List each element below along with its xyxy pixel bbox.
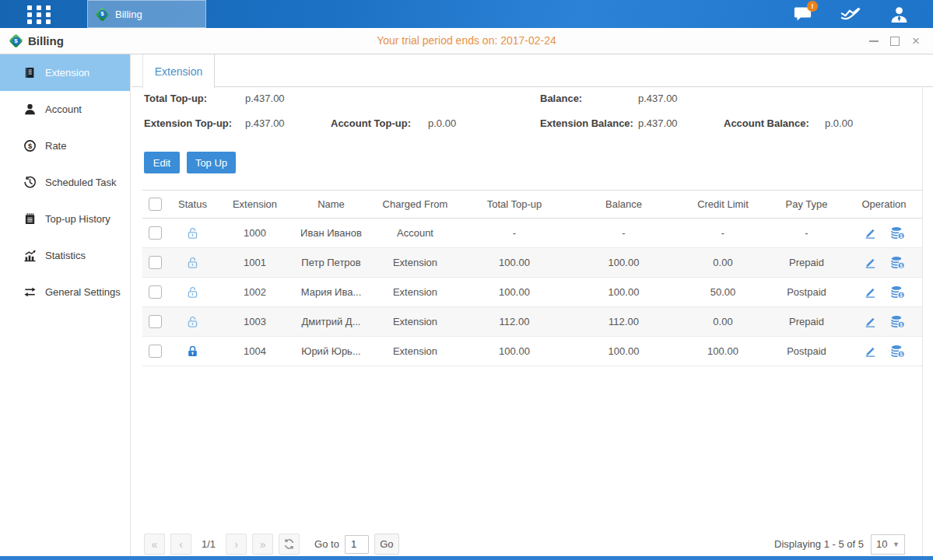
refresh-button[interactable] — [279, 534, 300, 555]
tab-extension[interactable]: Extension — [142, 54, 215, 88]
select-all-checkbox[interactable] — [149, 198, 162, 211]
sidebar-item-extension[interactable]: Extension — [0, 54, 130, 91]
cell-total-top-up: 100.00 — [460, 278, 569, 307]
page-size-value: 10 — [876, 538, 887, 550]
sidebar-item-general-settings[interactable]: General Settings — [0, 274, 130, 310]
table-row: 1004Юрий Юрь...Extension100.00100.00100.… — [142, 337, 922, 366]
titlebar: $ Billing Your trial period ends on: 201… — [0, 28, 933, 54]
row-checkbox[interactable] — [149, 315, 162, 328]
cell-extension: 1004 — [218, 337, 292, 366]
cell-pay-type: Postpaid — [767, 278, 846, 307]
panel-right-border — [922, 87, 923, 556]
top-up-icon[interactable]: $ — [890, 315, 905, 328]
cell-name: Мария Ива... — [292, 278, 370, 307]
taskbar-billing-tab[interactable]: $ Billing — [87, 0, 206, 28]
notepad-icon — [23, 212, 37, 226]
summary-value: p.437.00 — [245, 117, 285, 129]
goto-page-input[interactable] — [345, 535, 369, 554]
column-header-extension: Extension — [218, 191, 292, 219]
top-up-icon[interactable]: $ — [890, 285, 905, 299]
row-checkbox[interactable] — [149, 256, 162, 269]
edit-button[interactable]: Edit — [144, 152, 180, 173]
sidebar-item-label: Scheduled Task — [45, 177, 117, 188]
summary-value: p.437.00 — [638, 93, 678, 104]
row-checkbox[interactable] — [149, 285, 162, 299]
main-menu-grid-icon[interactable] — [27, 5, 54, 23]
row-checkbox[interactable] — [149, 345, 162, 358]
edit-icon[interactable] — [863, 256, 878, 269]
summary-balance: Balance:p.437.00 — [540, 93, 678, 104]
notification-badge: ! — [807, 1, 818, 12]
cell-name: Петр Петров — [292, 248, 370, 278]
cell-credit-limit: 100.00 — [679, 337, 767, 366]
cell-charged-from: Extension — [370, 337, 460, 366]
cell-charged-from: Account — [370, 219, 460, 248]
cell-name: Дмитрий Д... — [292, 307, 370, 337]
sidebar-item-label: Rate — [45, 140, 66, 152]
stats-icon — [23, 249, 37, 262]
edit-icon[interactable] — [863, 285, 878, 299]
sidebar-item-label: Extension — [45, 67, 89, 79]
goto-label: Go to — [314, 538, 339, 550]
taskbar-tab-label: Billing — [115, 9, 142, 20]
row-checkbox[interactable] — [149, 226, 162, 240]
summary-extension-top-up: Extension Top-up:p.437.00 — [144, 117, 285, 129]
edit-icon[interactable] — [863, 315, 878, 328]
first-page-button[interactable]: « — [144, 534, 165, 555]
cell-extension: 1003 — [218, 307, 292, 337]
top-up-icon[interactable]: $ — [890, 345, 905, 358]
sidebar: ExtensionAccount$RateScheduled TaskTop-u… — [0, 54, 131, 556]
svg-text:$: $ — [900, 263, 903, 269]
page-size-select[interactable]: 10 ▼ — [871, 534, 905, 555]
summary-label: Total Top-up: — [144, 93, 245, 104]
go-button[interactable]: Go — [374, 534, 399, 555]
prev-page-button[interactable]: ‹ — [170, 534, 191, 555]
user-icon[interactable] — [888, 4, 910, 24]
top-up-icon[interactable]: $ — [890, 256, 905, 269]
table-row: 1003Дмитрий Д...Extension112.00112.000.0… — [142, 307, 922, 337]
summary-total-top-up: Total Top-up:p.437.00 — [144, 93, 285, 104]
extension-table: StatusExtensionNameCharged FromTotal Top… — [142, 190, 922, 366]
column-header-balance: Balance — [569, 191, 679, 219]
cell-balance: - — [569, 219, 679, 248]
dollar-circle-icon: $ — [23, 139, 37, 152]
cell-credit-limit: 0.00 — [679, 307, 767, 337]
next-page-button[interactable]: › — [226, 534, 247, 555]
top-up-button[interactable]: Top Up — [187, 152, 236, 173]
summary-account-top-up: Account Top-up:p.0.00 — [331, 117, 456, 129]
messages-icon[interactable]: ! — [791, 4, 813, 24]
last-page-button[interactable]: » — [252, 534, 273, 555]
edit-icon[interactable] — [863, 226, 878, 240]
sidebar-item-label: Account — [45, 103, 82, 115]
reports-icon[interactable] — [840, 4, 861, 24]
sidebar-item-scheduled-task[interactable]: Scheduled Task — [0, 164, 130, 201]
column-header-status: Status — [167, 191, 218, 219]
status-locked-icon — [186, 345, 199, 358]
sidebar-item-account[interactable]: Account — [0, 91, 130, 128]
pagination-bar: « ‹ 1/1 › » Go to Go — [144, 534, 399, 555]
cell-total-top-up: 100.00 — [460, 337, 569, 366]
ledger-icon — [23, 66, 37, 79]
cell-charged-from: Extension — [370, 307, 460, 337]
column-header-operation: Operation — [846, 191, 922, 219]
cell-balance: 100.00 — [569, 337, 679, 366]
cell-total-top-up: 100.00 — [460, 248, 569, 278]
window-bottom-frame — [0, 556, 933, 560]
column-header-credit-limit: Credit Limit — [679, 191, 767, 219]
table-row: 1001Петр ПетровExtension100.00100.000.00… — [142, 248, 922, 278]
summary-value: p.437.00 — [245, 93, 285, 104]
sidebar-item-top-up-history[interactable]: Top-up History — [0, 201, 130, 237]
maximize-icon[interactable] — [889, 35, 901, 47]
minimize-icon[interactable] — [868, 35, 880, 47]
sidebar-item-statistics[interactable]: Statistics — [0, 237, 130, 274]
svg-text:$: $ — [900, 292, 903, 299]
table-row: 1002Мария Ива...Extension100.00100.0050.… — [142, 278, 922, 307]
edit-icon[interactable] — [863, 345, 878, 358]
transfer-arrows-icon — [23, 285, 37, 299]
cell-name: Иван Иванов — [292, 219, 370, 248]
sidebar-item-rate[interactable]: $Rate — [0, 128, 130, 164]
caret-down-icon: ▼ — [893, 541, 900, 548]
window-controls: × — [868, 28, 922, 54]
top-up-icon[interactable]: $ — [890, 226, 905, 240]
close-icon[interactable]: × — [910, 35, 922, 47]
